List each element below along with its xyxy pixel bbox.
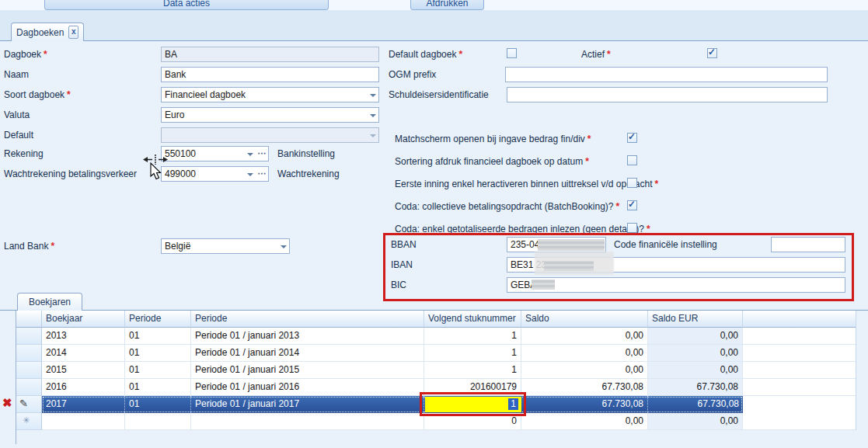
land-bank-select[interactable]: België bbox=[161, 238, 290, 254]
tabbar-divider bbox=[0, 40, 868, 41]
chevron-down-icon[interactable] bbox=[367, 88, 378, 102]
cell-volgend-stuknummer[interactable]: 1 bbox=[424, 328, 521, 345]
cell-saldo-eur[interactable]: 0,00 bbox=[648, 413, 743, 430]
wachtrekening-select[interactable]: 499000 ⋯ bbox=[161, 166, 269, 182]
naam-field[interactable]: Bank bbox=[161, 67, 379, 82]
option-matchscherm-checkbox[interactable] bbox=[627, 133, 637, 143]
chevron-down-icon[interactable] bbox=[367, 108, 378, 122]
cell-volgend-stuknummer[interactable]: 1 bbox=[424, 345, 521, 362]
tab-dagboeken-label: Dagboeken bbox=[16, 27, 64, 38]
ellipsis-button[interactable]: ⋯ bbox=[256, 147, 268, 161]
soort-dagboek-select[interactable]: Financieel dagboek bbox=[161, 87, 379, 102]
cell-periode-label[interactable]: Periode 01 / januari 2013 bbox=[191, 328, 424, 345]
cell-saldo-eur[interactable]: 0,00 bbox=[648, 362, 743, 379]
option-coda-getotaliseerd-checkbox[interactable] bbox=[627, 223, 637, 233]
code-instelling-field[interactable] bbox=[771, 237, 845, 252]
cell-saldo-eur[interactable]: 0,00 bbox=[648, 328, 743, 345]
cell-periode-label[interactable]: Periode 01 / januari 2017 bbox=[191, 396, 424, 413]
cell-periode-label[interactable]: Periode 01 / januari 2015 bbox=[191, 362, 424, 379]
col-header-saldo-eur[interactable]: Saldo EUR bbox=[648, 311, 743, 328]
cell-periode[interactable]: 01 bbox=[125, 379, 191, 396]
close-icon[interactable]: x bbox=[68, 26, 78, 39]
col-header-periode[interactable]: Periode bbox=[125, 311, 191, 328]
volgend-stuknummer-edit-cell[interactable]: 1 bbox=[425, 397, 521, 412]
row-indicator[interactable] bbox=[16, 345, 42, 362]
col-header-saldo[interactable]: Saldo bbox=[521, 311, 648, 328]
cell-saldo[interactable]: 67.730,08 bbox=[521, 379, 648, 396]
option-sortering-label: Sortering afdruk financieel dagboek op d… bbox=[395, 156, 589, 167]
schuldeisersidentificatie-field[interactable] bbox=[507, 87, 828, 102]
chevron-down-icon[interactable] bbox=[277, 239, 289, 253]
required-marker: * bbox=[51, 241, 54, 252]
ogm-prefix-field[interactable] bbox=[505, 67, 828, 82]
rekening-select[interactable]: 550100 ⋯ bbox=[161, 146, 269, 161]
data-acties-button[interactable]: Data acties bbox=[44, 0, 329, 10]
cell-saldo-eur[interactable]: 67.730,08 bbox=[648, 379, 743, 396]
cell-saldo[interactable]: 0,00 bbox=[521, 328, 648, 345]
cell-saldo[interactable]: 0,00 bbox=[521, 345, 648, 362]
cell-volgend-stuknummer[interactable]: 0 bbox=[424, 413, 521, 430]
bic-field[interactable]: GEBA bbox=[507, 277, 845, 293]
cell-boekjaar[interactable]: 2013 bbox=[42, 328, 125, 345]
row-indicator[interactable] bbox=[16, 379, 42, 396]
cell-boekjaar[interactable]: 2014 bbox=[42, 345, 125, 362]
cell-saldo[interactable]: 67.730,08 bbox=[521, 396, 648, 413]
cell-boekjaar[interactable]: 2016 bbox=[42, 379, 125, 396]
tab-boekjaren-label: Boekjaren bbox=[29, 297, 71, 307]
cell-periode-label[interactable]: Periode 01 / januari 2014 bbox=[191, 345, 424, 362]
new-row-indicator[interactable]: ✳ bbox=[16, 413, 42, 430]
mouse-cursor bbox=[140, 152, 173, 185]
tab-dagboeken[interactable]: Dagboeken x bbox=[11, 23, 84, 41]
cell-periode-label[interactable] bbox=[191, 413, 424, 430]
option-coda-batchbooking-label: Coda: collectieve betalingsopdracht (Bat… bbox=[395, 201, 619, 212]
default-dagboek-checkbox[interactable] bbox=[507, 48, 517, 58]
delete-x-icon[interactable]: ✖ bbox=[2, 396, 12, 410]
tab-boekjaren[interactable]: Boekjaren bbox=[17, 293, 82, 311]
cell-boekjaar[interactable]: 2017 bbox=[42, 396, 125, 413]
cell-boekjaar[interactable]: 2015 bbox=[42, 362, 125, 379]
required-marker: * bbox=[655, 179, 659, 189]
cell-periode-label[interactable]: Periode 01 / januari 2016 bbox=[191, 379, 424, 396]
cell-periode[interactable]: 01 bbox=[125, 328, 191, 345]
required-marker: * bbox=[647, 224, 650, 234]
default-select bbox=[161, 127, 379, 143]
col-header-boekjaar[interactable]: Boekjaar bbox=[42, 311, 125, 328]
valuta-select[interactable]: Euro bbox=[161, 107, 379, 123]
cell-saldo[interactable]: 0,00 bbox=[521, 413, 648, 430]
ellipsis-button[interactable]: ⋯ bbox=[256, 167, 268, 181]
row-indicator[interactable] bbox=[16, 328, 42, 345]
chevron-down-icon[interactable] bbox=[244, 147, 256, 161]
cell-saldo-eur[interactable]: 67.730,08 bbox=[648, 396, 743, 413]
valuta-label: Valuta bbox=[4, 109, 30, 120]
col-header-filler bbox=[743, 311, 856, 328]
cell-volgend-stuknummer[interactable]: 201600179 bbox=[424, 379, 521, 396]
edit-cell-selected-text[interactable]: 1 bbox=[508, 398, 518, 410]
cell-filler bbox=[743, 345, 856, 362]
cell-saldo-eur[interactable]: 0,00 bbox=[648, 345, 743, 362]
cell-volgend-stuknummer[interactable]: 1 bbox=[424, 362, 521, 379]
boekjaren-grid: Boekjaar Periode Periode Volgend stuknum… bbox=[16, 311, 856, 430]
selected-row-2017[interactable]: 2017 01 Periode 01 / januari 2017 67.730… bbox=[42, 396, 743, 413]
cell-saldo[interactable]: 0,00 bbox=[521, 362, 648, 379]
option-sortering-checkbox[interactable] bbox=[627, 155, 637, 165]
afdrukken-button[interactable]: Afdrukken bbox=[410, 0, 484, 10]
actief-checkbox[interactable] bbox=[707, 48, 717, 58]
cell-periode[interactable]: 01 bbox=[125, 362, 191, 379]
arrow-pointer-icon bbox=[151, 163, 161, 179]
required-marker: * bbox=[585, 156, 589, 167]
cell-periode[interactable] bbox=[125, 413, 191, 430]
row-indicator-editing[interactable]: ✎ bbox=[16, 396, 42, 413]
chevron-down-icon[interactable] bbox=[244, 167, 256, 181]
option-coda-batchbooking-checkbox[interactable] bbox=[627, 200, 637, 210]
col-header-periode-omschrijving[interactable]: Periode bbox=[191, 311, 424, 328]
cell-periode[interactable]: 01 bbox=[125, 345, 191, 362]
option-eerste-inning-checkbox[interactable] bbox=[627, 178, 637, 188]
bban-redaction bbox=[538, 239, 605, 251]
col-header-volgend-stuknummer[interactable]: Volgend stuknummer bbox=[424, 311, 521, 328]
required-marker: * bbox=[616, 201, 620, 212]
row-indicator[interactable] bbox=[16, 362, 42, 379]
dagboek-label: Dagboek* bbox=[4, 49, 47, 60]
cell-periode[interactable]: 01 bbox=[125, 396, 191, 413]
option-eerste-inning-label: Eerste inning enkel heractiveren binnen … bbox=[395, 179, 658, 189]
cell-boekjaar[interactable] bbox=[42, 413, 125, 430]
